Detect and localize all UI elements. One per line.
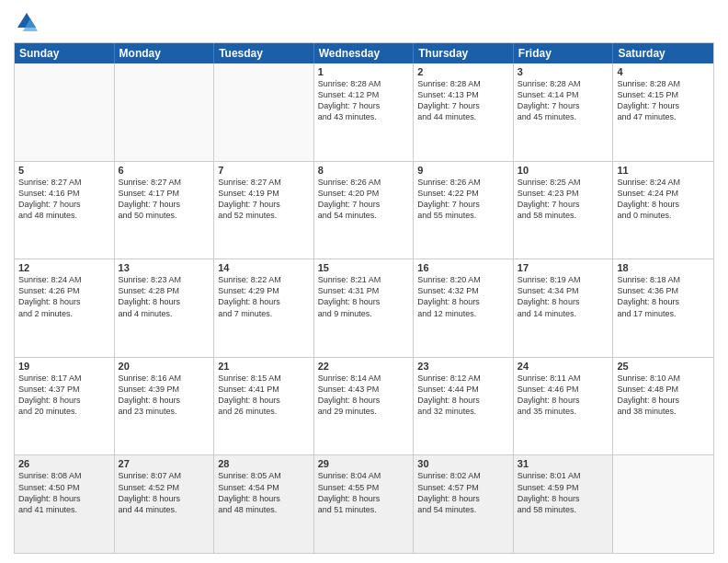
calendar-row-1: 5Sunrise: 8:27 AMSunset: 4:16 PMDaylight…: [15, 161, 713, 259]
calendar-cell: [115, 63, 215, 161]
day-number: 6: [119, 165, 210, 176]
day-number: 23: [417, 361, 509, 372]
logo-icon: [14, 9, 40, 35]
header-day-friday: Friday: [514, 43, 614, 63]
calendar-row-4: 26Sunrise: 8:08 AMSunset: 4:50 PMDayligh…: [15, 454, 713, 553]
calendar-cell: 9Sunrise: 8:26 AMSunset: 4:22 PMDaylight…: [414, 162, 514, 259]
calendar-cell: 18Sunrise: 8:18 AMSunset: 4:36 PMDayligh…: [613, 259, 713, 357]
day-number: 13: [119, 262, 210, 273]
cell-info: Sunrise: 8:23 AMSunset: 4:28 PMDaylight:…: [119, 274, 210, 319]
day-number: 12: [18, 262, 110, 273]
calendar-cell: 28Sunrise: 8:05 AMSunset: 4:54 PMDayligh…: [214, 455, 314, 553]
cell-info: Sunrise: 8:27 AMSunset: 4:19 PMDaylight:…: [218, 177, 310, 222]
day-number: 25: [617, 361, 710, 372]
calendar-cell: 15Sunrise: 8:21 AMSunset: 4:31 PMDayligh…: [314, 259, 415, 357]
day-number: 4: [617, 66, 710, 77]
calendar-cell: 12Sunrise: 8:24 AMSunset: 4:26 PMDayligh…: [15, 259, 115, 357]
calendar: SundayMondayTuesdayWednesdayThursdayFrid…: [14, 42, 714, 554]
day-number: 9: [417, 165, 509, 176]
day-number: 17: [518, 262, 609, 273]
calendar-cell: 7Sunrise: 8:27 AMSunset: 4:19 PMDaylight…: [214, 162, 314, 259]
cell-info: Sunrise: 8:12 AMSunset: 4:44 PMDaylight:…: [417, 373, 509, 418]
day-number: 26: [18, 458, 110, 469]
cell-info: Sunrise: 8:22 AMSunset: 4:29 PMDaylight:…: [218, 274, 310, 319]
cell-info: Sunrise: 8:15 AMSunset: 4:41 PMDaylight:…: [218, 373, 310, 418]
cell-info: Sunrise: 8:04 AMSunset: 4:55 PMDaylight:…: [318, 470, 410, 515]
cell-info: Sunrise: 8:28 AMSunset: 4:12 PMDaylight:…: [318, 78, 410, 123]
header-day-tuesday: Tuesday: [214, 43, 314, 63]
cell-info: Sunrise: 8:27 AMSunset: 4:16 PMDaylight:…: [18, 177, 110, 222]
cell-info: Sunrise: 8:18 AMSunset: 4:36 PMDaylight:…: [617, 274, 710, 319]
calendar-cell: 8Sunrise: 8:26 AMSunset: 4:20 PMDaylight…: [314, 162, 415, 259]
cell-info: Sunrise: 8:01 AMSunset: 4:59 PMDaylight:…: [518, 470, 609, 515]
header-day-thursday: Thursday: [414, 43, 514, 63]
calendar-cell: 22Sunrise: 8:14 AMSunset: 4:43 PMDayligh…: [314, 358, 415, 455]
calendar-cell: 1Sunrise: 8:28 AMSunset: 4:12 PMDaylight…: [314, 63, 415, 161]
cell-info: Sunrise: 8:28 AMSunset: 4:15 PMDaylight:…: [617, 78, 710, 123]
calendar-cell: 6Sunrise: 8:27 AMSunset: 4:17 PMDaylight…: [115, 162, 215, 259]
day-number: 24: [518, 361, 609, 372]
day-number: 3: [518, 66, 609, 77]
calendar-body: 1Sunrise: 8:28 AMSunset: 4:12 PMDaylight…: [15, 63, 713, 553]
calendar-cell: [214, 63, 314, 161]
logo: [14, 9, 43, 35]
day-number: 16: [417, 262, 509, 273]
header-day-monday: Monday: [115, 43, 215, 63]
calendar-cell: 3Sunrise: 8:28 AMSunset: 4:14 PMDaylight…: [514, 63, 614, 161]
day-number: 2: [417, 66, 509, 77]
page: SundayMondayTuesdayWednesdayThursdayFrid…: [0, 0, 728, 563]
cell-info: Sunrise: 8:25 AMSunset: 4:23 PMDaylight:…: [518, 177, 609, 222]
cell-info: Sunrise: 8:27 AMSunset: 4:17 PMDaylight:…: [119, 177, 210, 222]
cell-info: Sunrise: 8:02 AMSunset: 4:57 PMDaylight:…: [417, 470, 509, 515]
day-number: 21: [218, 361, 310, 372]
cell-info: Sunrise: 8:20 AMSunset: 4:32 PMDaylight:…: [417, 274, 509, 319]
calendar-cell: 27Sunrise: 8:07 AMSunset: 4:52 PMDayligh…: [115, 455, 215, 553]
calendar-cell: 13Sunrise: 8:23 AMSunset: 4:28 PMDayligh…: [115, 259, 215, 357]
calendar-cell: 17Sunrise: 8:19 AMSunset: 4:34 PMDayligh…: [514, 259, 614, 357]
day-number: 30: [417, 458, 509, 469]
cell-info: Sunrise: 8:28 AMSunset: 4:14 PMDaylight:…: [518, 78, 609, 123]
calendar-cell: 20Sunrise: 8:16 AMSunset: 4:39 PMDayligh…: [115, 358, 215, 455]
header-day-saturday: Saturday: [613, 43, 713, 63]
day-number: 15: [318, 262, 410, 273]
calendar-row-3: 19Sunrise: 8:17 AMSunset: 4:37 PMDayligh…: [15, 357, 713, 455]
cell-info: Sunrise: 8:05 AMSunset: 4:54 PMDaylight:…: [218, 470, 310, 515]
calendar-header: SundayMondayTuesdayWednesdayThursdayFrid…: [15, 43, 713, 63]
calendar-cell: 10Sunrise: 8:25 AMSunset: 4:23 PMDayligh…: [514, 162, 614, 259]
cell-info: Sunrise: 8:24 AMSunset: 4:26 PMDaylight:…: [18, 274, 110, 319]
header: [14, 9, 714, 35]
cell-info: Sunrise: 8:26 AMSunset: 4:20 PMDaylight:…: [318, 177, 410, 222]
calendar-row-0: 1Sunrise: 8:28 AMSunset: 4:12 PMDaylight…: [15, 63, 713, 161]
day-number: 22: [318, 361, 410, 372]
cell-info: Sunrise: 8:11 AMSunset: 4:46 PMDaylight:…: [518, 373, 609, 418]
day-number: 29: [318, 458, 410, 469]
cell-info: Sunrise: 8:24 AMSunset: 4:24 PMDaylight:…: [617, 177, 710, 222]
day-number: 18: [617, 262, 710, 273]
day-number: 20: [119, 361, 210, 372]
calendar-cell: 24Sunrise: 8:11 AMSunset: 4:46 PMDayligh…: [514, 358, 614, 455]
day-number: 11: [617, 165, 710, 176]
calendar-cell: 5Sunrise: 8:27 AMSunset: 4:16 PMDaylight…: [15, 162, 115, 259]
calendar-cell: 31Sunrise: 8:01 AMSunset: 4:59 PMDayligh…: [514, 455, 614, 553]
day-number: 14: [218, 262, 310, 273]
cell-info: Sunrise: 8:07 AMSunset: 4:52 PMDaylight:…: [119, 470, 210, 515]
day-number: 8: [318, 165, 410, 176]
day-number: 27: [119, 458, 210, 469]
cell-info: Sunrise: 8:16 AMSunset: 4:39 PMDaylight:…: [119, 373, 210, 418]
calendar-cell: 23Sunrise: 8:12 AMSunset: 4:44 PMDayligh…: [414, 358, 514, 455]
day-number: 7: [218, 165, 310, 176]
day-number: 28: [218, 458, 310, 469]
day-number: 31: [518, 458, 609, 469]
calendar-cell: 16Sunrise: 8:20 AMSunset: 4:32 PMDayligh…: [414, 259, 514, 357]
cell-info: Sunrise: 8:17 AMSunset: 4:37 PMDaylight:…: [18, 373, 110, 418]
cell-info: Sunrise: 8:28 AMSunset: 4:13 PMDaylight:…: [417, 78, 509, 123]
calendar-cell: 25Sunrise: 8:10 AMSunset: 4:48 PMDayligh…: [613, 358, 713, 455]
calendar-cell: 21Sunrise: 8:15 AMSunset: 4:41 PMDayligh…: [214, 358, 314, 455]
day-number: 10: [518, 165, 609, 176]
day-number: 1: [318, 66, 410, 77]
calendar-cell: 29Sunrise: 8:04 AMSunset: 4:55 PMDayligh…: [314, 455, 415, 553]
calendar-cell: 11Sunrise: 8:24 AMSunset: 4:24 PMDayligh…: [613, 162, 713, 259]
header-day-sunday: Sunday: [15, 43, 115, 63]
calendar-cell: 26Sunrise: 8:08 AMSunset: 4:50 PMDayligh…: [15, 455, 115, 553]
header-day-wednesday: Wednesday: [314, 43, 415, 63]
